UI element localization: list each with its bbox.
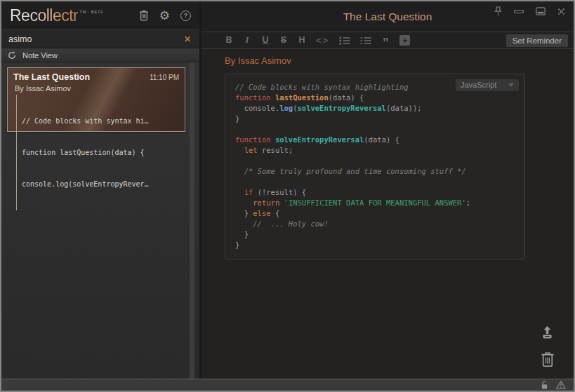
strikethrough-button[interactable]: S xyxy=(279,36,288,45)
formatting-toolbar: B I U S H <> xyxy=(201,32,574,49)
quote-button[interactable]: ” xyxy=(381,36,390,49)
editor-pane: The Last Question xyxy=(201,1,574,379)
unordered-list-button[interactable] xyxy=(360,36,371,45)
window-controls xyxy=(494,6,565,16)
status-bar xyxy=(1,379,574,391)
chevron-down-icon xyxy=(508,83,514,87)
minimize-icon[interactable] xyxy=(514,10,524,13)
code-line: } xyxy=(235,114,515,124)
settings-gear-icon[interactable]: ⚙ xyxy=(159,10,170,22)
main-area: RecollectrTM - BETA ⚙ ? xyxy=(1,1,574,379)
note-list-scrollbar[interactable] xyxy=(190,62,194,379)
code-language-select[interactable]: JavaScript xyxy=(456,79,519,91)
code-line: if (!result) { xyxy=(235,187,515,198)
code-line: } else { xyxy=(235,208,515,219)
code-line xyxy=(235,177,515,187)
code-line xyxy=(235,124,515,135)
sidebar-header: RecollectrTM - BETA ⚙ ? xyxy=(1,1,199,29)
note-card-preview-line: function lastQuestion(data) { xyxy=(22,147,179,158)
note-card-author: By Issac Asimov xyxy=(15,84,179,93)
lock-icon[interactable] xyxy=(541,381,548,390)
note-actions xyxy=(539,325,555,367)
note-card[interactable]: The Last Question 11:10 PM By Issac Asim… xyxy=(7,67,185,132)
italic-button[interactable]: I xyxy=(243,36,251,45)
code-line: console.log(solveEntropyReversal(data)); xyxy=(235,103,515,114)
note-view-bar[interactable]: Note View xyxy=(1,48,199,62)
note-card-title: The Last Question xyxy=(13,72,90,82)
note-list: The Last Question 11:10 PM By Issac Asim… xyxy=(1,62,199,379)
note-card-preview: // Code blocks with syntax hi… function … xyxy=(16,95,179,210)
code-lines: // Code blocks with syntax highlightingf… xyxy=(235,82,515,250)
help-icon[interactable]: ? xyxy=(180,11,191,21)
set-reminder-button[interactable]: Set Reminder xyxy=(506,34,568,47)
scrollbar-thumb[interactable] xyxy=(190,62,194,379)
code-block: JavaScript // Code blocks with syntax hi… xyxy=(225,74,525,259)
code-line: function solveEntropyReversal(data) { xyxy=(235,135,515,145)
app-logo: RecollectrTM - BETA xyxy=(10,8,103,24)
app-logo-beta-label: TM - BETA xyxy=(79,10,103,14)
code-line: /* Some truly profound and time consumin… xyxy=(235,166,515,177)
maximize-icon[interactable] xyxy=(536,7,546,15)
search-clear-icon[interactable]: ✕ xyxy=(183,34,192,44)
code-line: // ... Holy cow! xyxy=(235,219,515,229)
note-body[interactable]: By Issac Asimov JavaScript // Code block… xyxy=(201,49,574,379)
code-line: function lastQuestion(data) { xyxy=(235,93,515,103)
note-card-preview-line: console.log(solveEntropyRever… xyxy=(22,179,179,189)
code-line: } xyxy=(235,240,515,250)
export-upload-icon[interactable] xyxy=(539,325,555,341)
recollectr-window: RecollectrTM - BETA ⚙ ? xyxy=(0,0,575,392)
code-line: let result; xyxy=(235,145,515,156)
note-author-line: By Issac Asimov xyxy=(225,55,574,66)
code-button[interactable]: <> xyxy=(316,36,329,45)
editor-titlebar: The Last Question xyxy=(201,1,574,32)
search-bar: ✕ xyxy=(1,29,199,48)
refresh-icon[interactable] xyxy=(8,51,16,60)
close-icon[interactable] xyxy=(557,8,565,15)
warning-icon[interactable] xyxy=(556,381,566,389)
pin-icon[interactable] xyxy=(494,6,502,16)
code-language-value: JavaScript xyxy=(461,80,496,90)
sidebar: RecollectrTM - BETA ⚙ ? xyxy=(1,1,201,379)
heading-button[interactable]: H xyxy=(298,36,306,45)
bold-button[interactable]: B xyxy=(225,36,233,45)
note-card-time: 11:10 PM xyxy=(150,74,179,81)
code-line: return 'INSUFFICIENT DATA FOR MEANINGFUL… xyxy=(235,198,515,208)
search-input[interactable] xyxy=(8,34,183,44)
insert-button[interactable]: + xyxy=(399,35,410,46)
underline-button[interactable]: U xyxy=(261,36,270,45)
app-logo-text: Recollectr xyxy=(10,6,78,25)
delete-note-trash-icon[interactable] xyxy=(541,351,555,367)
code-line: } xyxy=(235,229,515,240)
ordered-list-button[interactable] xyxy=(339,36,350,45)
code-line xyxy=(235,156,515,166)
trash-icon[interactable] xyxy=(139,10,149,21)
note-view-label: Note View xyxy=(22,51,58,60)
note-card-preview-line: // Code blocks with syntax hi… xyxy=(22,116,179,126)
